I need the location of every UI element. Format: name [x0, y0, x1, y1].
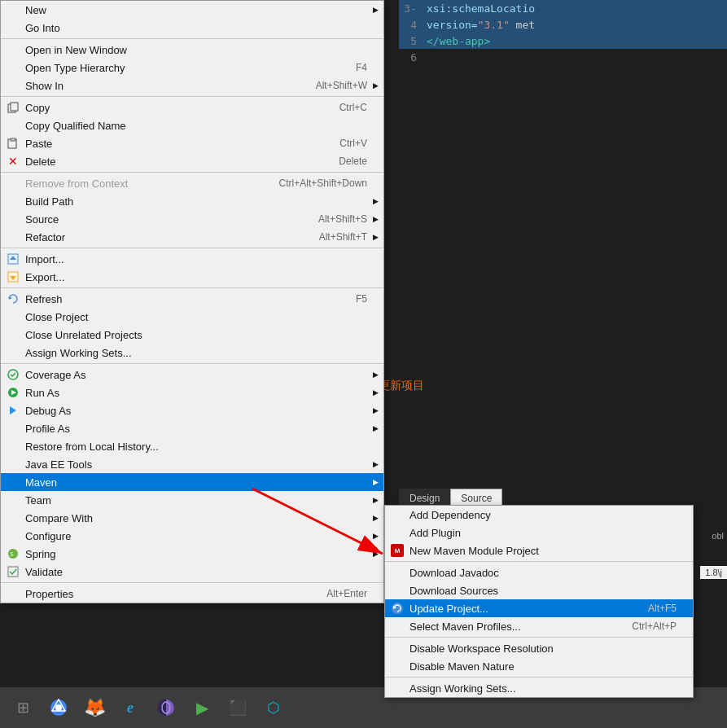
- taskbar-app7-icon[interactable]: ⬡: [259, 693, 288, 722]
- submenu-item-assign-working-sets[interactable]: Assign Working Sets...: [385, 679, 693, 697]
- menu-separator-after-validate: [1, 582, 383, 583]
- menu-icon-refresh: [4, 293, 22, 305]
- menu-label-new: New: [25, 4, 367, 16]
- menu-label-build-path: Build Path: [25, 195, 367, 208]
- taskbar-app6-icon[interactable]: ⬛: [223, 693, 252, 722]
- submenu-item-new-maven-module[interactable]: MNew Maven Module Project: [385, 542, 693, 559]
- menu-item-profile-as[interactable]: Profile As: [1, 419, 383, 437]
- submenu-label-add-plugin: Add Plugin: [409, 527, 677, 539]
- menu-label-properties: Properties: [25, 588, 310, 600]
- menu-item-close-project[interactable]: Close Project: [1, 308, 383, 326]
- menu-shortcut-properties: Alt+Enter: [326, 588, 367, 599]
- svg-line-1: [252, 489, 383, 554]
- menu-label-close-unrelated: Close Unrelated Projects: [25, 329, 367, 341]
- submenu-label-add-dependency: Add Dependency: [409, 509, 677, 521]
- menu-item-show-in[interactable]: Show InAlt+Shift+W: [1, 77, 383, 94]
- menu-label-delete: Delete: [25, 156, 322, 168]
- submenu-separator: [385, 561, 693, 562]
- svg-marker-14: [10, 406, 16, 414]
- menu-shortcut-source: Alt+Shift+S: [318, 213, 367, 225]
- menu-label-open-new-window: Open in New Window: [25, 44, 367, 56]
- submenu-item-disable-workspace[interactable]: Disable Workspace Resolution: [385, 639, 693, 657]
- svg-marker-10: [9, 296, 12, 300]
- menu-label-source: Source: [25, 213, 302, 226]
- menu-item-open-new-window[interactable]: Open in New Window: [1, 41, 383, 59]
- menu-item-open-type-hierarchy[interactable]: Open Type HierarchyF4: [1, 59, 383, 77]
- menu-item-properties[interactable]: PropertiesAlt+Enter: [1, 585, 383, 603]
- menu-item-debug-as[interactable]: Debug As: [1, 401, 383, 419]
- svg-rect-5: [11, 138, 15, 141]
- menu-item-build-path[interactable]: Build Path: [1, 192, 383, 210]
- menu-item-close-unrelated[interactable]: Close Unrelated Projects: [1, 326, 383, 344]
- menu-item-assign-working[interactable]: Assign Working Sets...: [1, 344, 383, 362]
- submenu-item-add-dependency[interactable]: Add Dependency: [385, 506, 693, 524]
- line-number-6: 6: [399, 51, 423, 64]
- taskbar-ie-icon[interactable]: e: [116, 693, 145, 722]
- submenu-label-download-javadoc: Download Javadoc: [409, 567, 677, 579]
- submenu-item-select-profiles[interactable]: Select Maven Profiles...Ctrl+Alt+P: [385, 617, 693, 635]
- submenu-item-download-sources[interactable]: Download Sources: [385, 581, 693, 599]
- menu-label-assign-working: Assign Working Sets...: [25, 347, 367, 359]
- submenu-label-assign-working-sets: Assign Working Sets...: [409, 682, 677, 695]
- menu-shortcut-copy: Ctrl+C: [339, 102, 367, 113]
- menu-item-go-into[interactable]: Go Into: [1, 19, 383, 37]
- menu-separator-after-refactor: [1, 248, 383, 248]
- menu-label-remove-context: Remove from Context: [25, 178, 263, 190]
- taskbar-firefox-icon[interactable]: 🦊: [80, 693, 109, 722]
- menu-separator-after-go-into: [1, 38, 383, 39]
- menu-item-refresh[interactable]: RefreshF5: [1, 290, 383, 308]
- menu-item-new[interactable]: New: [1, 1, 383, 19]
- menu-label-export: Export...: [25, 271, 367, 283]
- menu-separator-after-assign-working: [1, 363, 383, 364]
- menu-label-show-in: Show In: [25, 80, 300, 92]
- menu-item-copy[interactable]: CopyCtrl+C: [1, 99, 383, 116]
- menu-item-refactor[interactable]: RefactorAlt+Shift+T: [1, 228, 383, 246]
- editor-line-4: 4 version="3.1" met: [399, 16, 727, 33]
- menu-separator-after-show-in: [1, 96, 383, 97]
- submenu-label-select-profiles: Select Maven Profiles...: [409, 621, 615, 633]
- menu-item-run-as[interactable]: Run As: [1, 384, 383, 401]
- menu-item-delete[interactable]: ✕DeleteDelete: [1, 152, 383, 170]
- menu-item-source[interactable]: SourceAlt+Shift+S: [1, 210, 383, 228]
- line-number-3: 3-: [399, 2, 423, 15]
- menu-label-javaee-tools: Java EE Tools: [25, 458, 367, 471]
- submenu-icon-update-project: [388, 602, 406, 615]
- menu-item-paste[interactable]: PasteCtrl+V: [1, 134, 383, 152]
- menu-label-go-into: Go Into: [25, 22, 367, 34]
- menu-label-close-project: Close Project: [25, 311, 367, 323]
- menu-icon-import: [4, 253, 22, 265]
- menu-label-open-type-hierarchy: Open Type Hierarchy: [25, 62, 339, 74]
- arrow-pointer: [244, 480, 407, 581]
- menu-item-remove-context[interactable]: Remove from ContextCtrl+Alt+Shift+Down: [1, 174, 383, 192]
- taskbar-green-app-icon[interactable]: ▶: [187, 693, 217, 722]
- taskbar-monitor-icon[interactable]: ⊞: [8, 693, 37, 722]
- submenu-shortcut-update-project: Alt+F5: [648, 603, 677, 614]
- submenu-item-disable-maven-nature[interactable]: Disable Maven Nature: [385, 657, 693, 675]
- menu-item-javaee-tools[interactable]: Java EE Tools: [1, 455, 383, 473]
- svg-rect-3: [11, 103, 18, 111]
- line-content-3: xsi:schemaLocatio: [423, 2, 535, 15]
- svg-rect-17: [8, 567, 18, 577]
- taskbar-chrome-icon[interactable]: [44, 693, 73, 722]
- line-content-5: </web-app>: [423, 35, 490, 47]
- submenu-shortcut-select-profiles: Ctrl+Alt+P: [632, 621, 677, 632]
- menu-label-import: Import...: [25, 253, 367, 265]
- submenu-separator: [385, 637, 693, 638]
- menu-item-restore-history[interactable]: Restore from Local History...: [1, 437, 383, 455]
- submenu-item-download-javadoc[interactable]: Download Javadoc: [385, 564, 693, 581]
- menu-item-copy-qualified[interactable]: Copy Qualified Name: [1, 116, 383, 134]
- menu-item-coverage-as[interactable]: Coverage As: [1, 366, 383, 384]
- menu-label-profile-as: Profile As: [25, 423, 367, 435]
- menu-label-run-as: Run As: [25, 387, 367, 399]
- submenu-item-add-plugin[interactable]: Add Plugin: [385, 524, 693, 542]
- line-number-4: 4: [399, 19, 423, 31]
- menu-label-paste: Paste: [25, 138, 323, 150]
- submenu-label-disable-maven-nature: Disable Maven Nature: [409, 660, 677, 673]
- line-number-5: 5: [399, 35, 423, 47]
- menu-item-export[interactable]: Export...: [1, 268, 383, 286]
- line-content-4: version="3.1" met: [423, 19, 535, 31]
- taskbar-eclipse-icon[interactable]: [151, 693, 181, 722]
- menu-item-import[interactable]: Import...: [1, 250, 383, 268]
- submenu-item-update-project[interactable]: Update Project...Alt+F5: [385, 599, 693, 617]
- submenu-label-update-project: Update Project...: [409, 603, 632, 615]
